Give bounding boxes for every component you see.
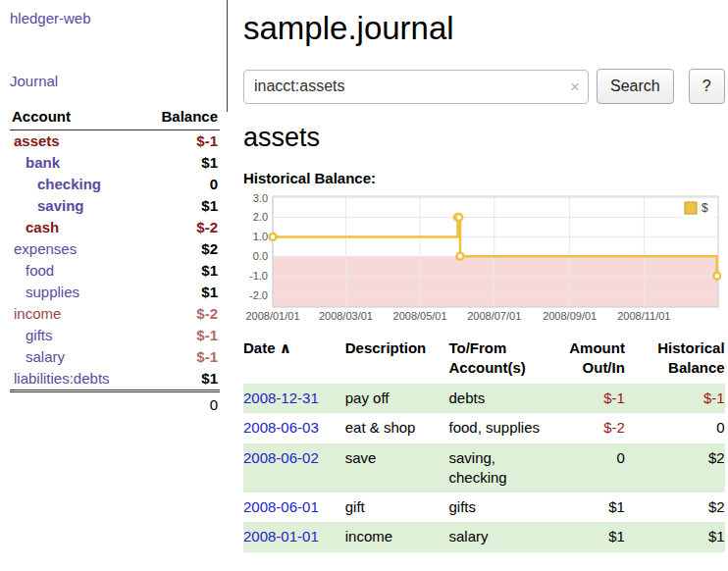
account-row: supplies $1 (10, 282, 220, 303)
search-button[interactable]: Search (597, 69, 674, 104)
account-link-liabilities-debts[interactable]: liabilities:debts (14, 370, 110, 387)
svg-text:2.0: 2.0 (253, 211, 268, 223)
account-balance: $-1 (141, 325, 220, 346)
account-link-supplies[interactable]: supplies (26, 284, 79, 300)
account-row: cash $-2 (10, 217, 220, 238)
amount-header-line: Out/In (567, 358, 625, 378)
transaction-amount: $1 (561, 522, 631, 551)
register-row: 2008-06-01 gift gifts $1 $2 (243, 493, 725, 522)
accounts-total-row: 0 (10, 391, 220, 417)
svg-text:-2.0: -2.0 (249, 289, 268, 301)
account-row: expenses $2 (10, 238, 220, 260)
account-line: gifts (448, 497, 555, 517)
svg-text:1.0: 1.0 (253, 231, 268, 242)
account-row: salary $-1 (10, 346, 220, 368)
register-header-date: Date ∧ (243, 336, 339, 384)
svg-text:2008/03/01: 2008/03/01 (319, 310, 373, 322)
help-button[interactable]: ? (689, 69, 725, 104)
accounts-header-account: Account (10, 105, 141, 130)
account-link-bank[interactable]: bank (26, 154, 60, 171)
main-content: sample.journal × Search ? assets Histori… (228, 0, 728, 571)
svg-text:2008/09/01: 2008/09/01 (543, 310, 597, 322)
transaction-amount: 0 (561, 443, 631, 493)
chart-svg: 3.02.01.00.0-1.0-2.02008/01/012008/03/01… (243, 192, 721, 324)
svg-text:-1.0: -1.0 (249, 270, 268, 282)
svg-text:2008/01/01: 2008/01/01 (245, 310, 299, 322)
transaction-accounts: gifts (442, 493, 561, 522)
register-header-row: Date ∧ Description To/From Account(s) Am… (243, 336, 725, 384)
transaction-date-link[interactable]: 2008-12-31 (243, 389, 319, 406)
transaction-description: income (339, 522, 443, 551)
accounts-header-line: Account(s) (448, 358, 555, 378)
account-line: debts (448, 389, 555, 408)
register-row: 2008-12-31 pay off debts $-1 $-1 (243, 384, 725, 413)
account-line: checking (448, 468, 555, 488)
date-header-label: Date (243, 339, 276, 356)
transaction-balance: $2 (631, 493, 725, 522)
account-link-food[interactable]: food (26, 262, 54, 279)
transaction-accounts: salary (442, 522, 561, 551)
transaction-date-link[interactable]: 2008-06-03 (243, 419, 319, 436)
account-line: food, supplies (448, 418, 555, 438)
account-balance: $1 (141, 152, 220, 174)
svg-text:$: $ (702, 201, 708, 215)
accounts-table: Account Balance assets $-1 bank $1 check… (10, 105, 220, 416)
account-balance: $1 (141, 195, 220, 217)
account-row: saving $1 (10, 195, 220, 217)
account-row: income $-2 (10, 303, 220, 325)
account-link-income[interactable]: income (14, 305, 61, 322)
register-header-accounts: To/From Account(s) (442, 336, 561, 384)
account-row: checking 0 (10, 174, 220, 195)
transaction-date-link[interactable]: 2008-06-02 (243, 449, 319, 466)
account-link-saving[interactable]: saving (37, 197, 84, 214)
svg-text:2008/11/01: 2008/11/01 (617, 310, 670, 322)
account-row: bank $1 (10, 152, 220, 174)
register-row: 2008-06-02 save saving, checking 0 $2 (243, 443, 725, 493)
register-header-balance: Historical Balance (631, 336, 725, 384)
account-line: saving, (448, 448, 555, 468)
account-row: food $1 (10, 260, 220, 282)
accounts-header-line: To/From (448, 338, 555, 358)
account-link-checking[interactable]: checking (37, 176, 101, 192)
account-link-assets[interactable]: assets (14, 132, 60, 149)
sidebar-item-journal[interactable]: Journal (10, 73, 220, 89)
svg-text:2008/07/01: 2008/07/01 (467, 310, 521, 322)
transaction-balance: $-1 (631, 384, 725, 413)
transaction-description: pay off (339, 384, 443, 413)
transaction-amount: $-2 (561, 413, 631, 442)
account-balance: $1 (141, 260, 220, 282)
svg-text:0.0: 0.0 (253, 250, 268, 262)
register-header-amount: Amount Out/In (561, 336, 631, 384)
amount-header-line: Amount (567, 338, 625, 358)
transaction-description: eat & shop (339, 413, 443, 442)
transaction-date-link[interactable]: 2008-06-01 (243, 498, 319, 515)
search-input[interactable] (243, 70, 589, 104)
account-row: gifts $-1 (10, 325, 220, 346)
account-heading: assets (243, 123, 725, 153)
register-row: 2008-01-01 income salary $1 $1 (243, 522, 725, 551)
account-link-gifts[interactable]: gifts (26, 327, 53, 343)
search-box: × (243, 70, 589, 104)
historical-balance-chart: 3.02.01.00.0-1.0-2.02008/01/012008/03/01… (243, 192, 721, 324)
account-balance: $-1 (141, 130, 220, 153)
balance-header-line: Balance (637, 358, 725, 378)
app-title-link[interactable]: hledger-web (10, 10, 220, 26)
account-link-expenses[interactable]: expenses (14, 240, 77, 257)
account-balance: $2 (141, 238, 220, 260)
svg-text:2008/05/01: 2008/05/01 (393, 310, 447, 322)
app-root: hledger-web Journal Account Balance asse… (0, 0, 728, 571)
transaction-accounts: food, supplies (442, 413, 561, 442)
transaction-balance: 0 (631, 413, 725, 442)
sort-ascending-icon: ∧ (280, 339, 291, 356)
account-link-salary[interactable]: salary (26, 348, 65, 365)
account-link-cash[interactable]: cash (26, 219, 59, 235)
accounts-header-row: Account Balance (10, 105, 220, 130)
clear-search-icon[interactable]: × (570, 78, 580, 95)
balance-header-line: Historical (637, 338, 725, 358)
transaction-accounts: saving, checking (442, 443, 561, 493)
transaction-amount: $1 (561, 493, 631, 522)
account-row: assets $-1 (10, 130, 220, 153)
account-balance: $1 (141, 282, 220, 303)
transaction-date-link[interactable]: 2008-01-01 (243, 528, 319, 545)
transaction-balance: $2 (631, 443, 725, 493)
